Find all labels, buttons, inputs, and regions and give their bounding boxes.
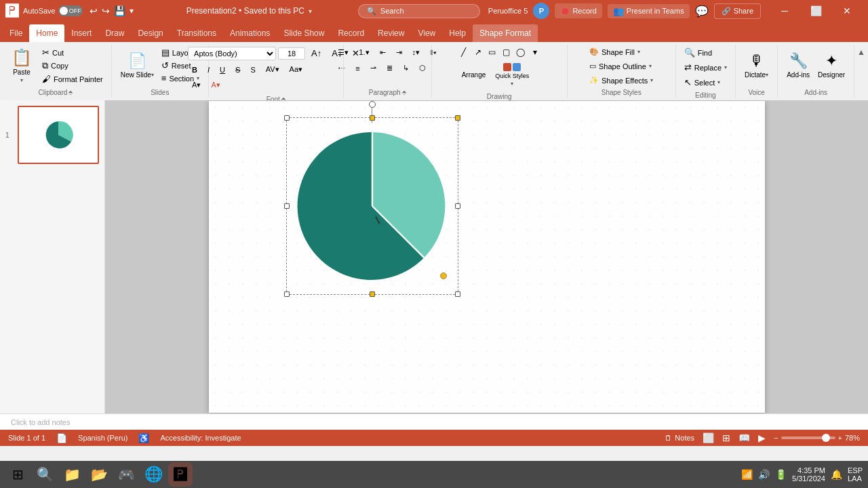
notes-button[interactable]: 🗒 Notes: [665, 434, 694, 442]
present-icon[interactable]: ▶: [758, 432, 766, 443]
editing-label[interactable]: Editing: [679, 90, 732, 100]
tab-file[interactable]: File: [3, 24, 29, 42]
notification-icon[interactable]: 🔔: [831, 469, 842, 480]
line-spacing-button[interactable]: ↕▾: [408, 46, 425, 59]
tab-animations[interactable]: Animations: [223, 24, 277, 42]
tab-design[interactable]: Design: [131, 24, 170, 42]
copy-button[interactable]: ⧉ Copy: [39, 59, 106, 73]
game-taskbar-icon[interactable]: 🎮: [114, 462, 138, 487]
rotate-handle[interactable]: [369, 101, 376, 108]
handle-mb[interactable]: [370, 291, 375, 297]
addins-label[interactable]: Add-ins: [781, 87, 851, 98]
title-dropdown[interactable]: ▾: [309, 7, 312, 15]
bold-button[interactable]: B: [188, 64, 201, 76]
handle-br[interactable]: [455, 291, 460, 297]
text-highlight-button[interactable]: A▾: [188, 79, 205, 92]
replace-button[interactable]: ⇄ Replace ▾: [682, 61, 730, 74]
bullets-button[interactable]: ☰▾: [334, 46, 353, 59]
handle-mr[interactable]: [455, 203, 460, 209]
search-box[interactable]: 🔍 Search: [358, 4, 480, 18]
customize-icon[interactable]: ▾: [130, 6, 134, 16]
ellipse-tool[interactable]: ◯: [515, 46, 527, 58]
drawing-label[interactable]: Drawing: [435, 92, 564, 100]
handle-bl[interactable]: [284, 291, 290, 297]
shadow-button[interactable]: S: [246, 64, 259, 76]
new-slide-button[interactable]: 📄 New Slide ▾: [117, 46, 157, 84]
present-in-teams-button[interactable]: 👥 Present in Teams: [608, 4, 690, 18]
tab-draw[interactable]: Draw: [98, 24, 131, 42]
slide-canvas[interactable]: [209, 101, 765, 413]
comments-icon[interactable]: 💬: [695, 5, 709, 18]
indent-increase-button[interactable]: ⇥: [392, 46, 406, 59]
tab-record[interactable]: Record: [331, 24, 371, 42]
browser-taskbar-button[interactable]: 🌐: [141, 462, 165, 487]
search-taskbar-button[interactable]: 🔍: [33, 462, 57, 487]
font-label[interactable]: Font ⬘: [212, 94, 340, 100]
strikethrough-button[interactable]: S: [231, 64, 244, 76]
save-icon[interactable]: 💾: [114, 5, 125, 16]
shape-outline-button[interactable]: ▭ Shape Outline ▾: [587, 60, 654, 72]
tab-shape-format[interactable]: Shape Format: [473, 24, 538, 42]
quick-styles-button[interactable]: Quick Styles ▾: [492, 61, 532, 89]
folder-taskbar-button[interactable]: 📂: [87, 462, 111, 487]
addins-button[interactable]: 🔧 Add-ins: [783, 46, 813, 84]
powerpoint-taskbar-button[interactable]: 🅿: [168, 462, 193, 487]
rect-tool[interactable]: ▭: [486, 46, 498, 58]
wifi-icon[interactable]: 📶: [741, 469, 753, 480]
shape-effects-button[interactable]: ✨ Shape Effects ▾: [587, 75, 656, 86]
text-case-button[interactable]: Aa▾: [285, 63, 307, 76]
tab-transitions[interactable]: Transitions: [170, 24, 223, 42]
tab-view[interactable]: View: [411, 24, 442, 42]
select-button[interactable]: ↖ Select ▾: [682, 76, 724, 89]
underline-button[interactable]: U: [216, 64, 229, 76]
text-direction-button[interactable]: ↳: [399, 62, 413, 75]
maximize-button[interactable]: ⬜: [800, 0, 831, 22]
numbering-button[interactable]: 1.▾: [355, 46, 373, 59]
indent-decrease-button[interactable]: ⇤: [376, 46, 390, 59]
align-right-button[interactable]: ⇀: [366, 62, 380, 75]
redo-icon[interactable]: ↪: [102, 5, 110, 16]
reading-view-icon[interactable]: 📖: [738, 432, 750, 443]
find-button[interactable]: 🔍 Find: [682, 46, 715, 59]
zoom-slider[interactable]: [781, 436, 835, 439]
handle-tr[interactable]: [455, 115, 460, 121]
justify-button[interactable]: ≣: [382, 62, 397, 75]
char-spacing-button[interactable]: AV▾: [262, 63, 283, 76]
undo-icon[interactable]: ↩: [90, 5, 98, 16]
more-shapes[interactable]: ▾: [529, 46, 541, 58]
autosave-toggle[interactable]: OFF: [58, 5, 83, 16]
align-left-button[interactable]: ⬸: [334, 62, 349, 75]
tab-review[interactable]: Review: [371, 24, 411, 42]
grid-view-icon[interactable]: ⊞: [722, 432, 730, 443]
handle-tl[interactable]: [284, 115, 290, 121]
shape-fill-button[interactable]: 🎨 Shape Fill ▾: [587, 46, 643, 58]
normal-view-icon[interactable]: ⬜: [703, 432, 714, 443]
files-taskbar-button[interactable]: 📁: [60, 462, 84, 487]
font-color-button[interactable]: A▾: [207, 79, 224, 92]
clipboard-label[interactable]: Clipboard ⬘: [3, 87, 108, 98]
zoom-out-icon[interactable]: −: [774, 434, 778, 442]
handle-ml[interactable]: [284, 203, 290, 209]
arrange-button[interactable]: Arrange: [458, 69, 490, 81]
dictate-button[interactable]: 🎙 Dictate ▾: [741, 46, 772, 84]
tab-help[interactable]: Help: [442, 24, 473, 42]
record-button[interactable]: ⏺ Record: [555, 3, 601, 18]
volume-icon[interactable]: 🔊: [758, 469, 770, 480]
zoom-percent[interactable]: 78%: [845, 434, 860, 442]
italic-button[interactable]: I: [203, 64, 214, 76]
align-center-button[interactable]: ≡: [351, 62, 363, 75]
arrow-tool[interactable]: ↗: [472, 46, 484, 58]
rounded-rect-tool[interactable]: ▢: [500, 46, 513, 58]
cut-button[interactable]: ✂ Cut: [39, 46, 106, 59]
designer-button[interactable]: ✦ Designer: [814, 46, 848, 84]
minimize-button[interactable]: ─: [769, 0, 800, 22]
zoom-in-icon[interactable]: +: [838, 434, 842, 442]
font-name-select[interactable]: Aptos (Body): [188, 47, 276, 60]
increase-font-button[interactable]: A↑: [307, 46, 326, 60]
tab-insert[interactable]: Insert: [64, 24, 98, 42]
tab-slideshow[interactable]: Slide Show: [277, 24, 331, 42]
paste-button[interactable]: 📋 Paste ▾: [5, 46, 38, 85]
start-button[interactable]: ⊞: [5, 462, 30, 487]
share-button[interactable]: 🔗 Share: [714, 3, 761, 19]
collapse-ribbon-button[interactable]: ▲: [857, 47, 865, 57]
